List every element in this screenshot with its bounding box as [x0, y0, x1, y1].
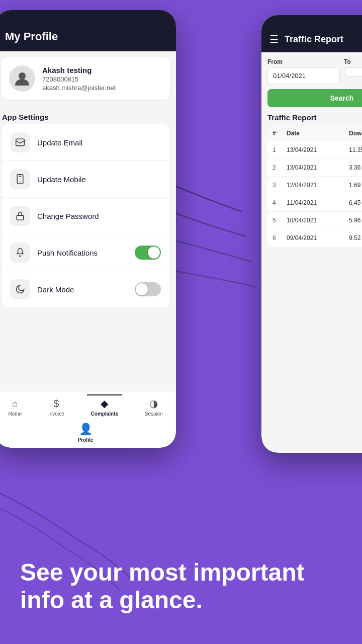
- traffic-content: From 01/04/2021 To Search Traffic Report…: [261, 52, 362, 453]
- cell-down-2: 3.36 G: [349, 164, 362, 171]
- profile-info: Akash testing 7208000815 akash.mishra@jo…: [42, 66, 116, 92]
- cell-num-3: 3: [273, 182, 287, 189]
- profile-card: Akash testing 7208000815 akash.mishra@jo…: [1, 57, 170, 100]
- push-notifications-label: Push Notifications: [37, 249, 128, 257]
- update-mobile-label: Update Mobile: [37, 175, 161, 184]
- profile-nav-icon: 👤: [79, 423, 93, 436]
- nav-complaints-label: Complaints: [91, 411, 118, 417]
- hamburger-icon[interactable]: ☰: [269, 33, 279, 45]
- session-icon: ◑: [149, 397, 158, 410]
- to-label: To: [344, 58, 362, 65]
- toggle-thumb-off: [136, 283, 148, 295]
- cell-num-2: 2: [273, 164, 287, 171]
- table-header: # Date Down: [267, 126, 362, 141]
- svg-rect-5: [17, 215, 23, 220]
- profile-name: Akash testing: [42, 66, 116, 74]
- nav-invoice[interactable]: $ Invoice: [44, 396, 68, 419]
- col-header-down: Down: [349, 130, 362, 137]
- settings-title: App Settings: [2, 113, 169, 121]
- nav-row: ⌂ Home $ Invoice ◆ Complaints ◑ Session: [0, 391, 176, 421]
- table-row: 6 09/04/2021 9.52 G: [267, 229, 362, 247]
- profile-phone: 7208000815: [42, 75, 116, 83]
- update-mobile-item[interactable]: Update Mobile: [2, 161, 169, 198]
- toggle-thumb-on: [148, 247, 160, 259]
- cell-down-6: 9.52 G: [349, 234, 362, 242]
- traffic-table: # Date Down 1 13/04/2021 11.35 2 13/04/2…: [267, 126, 362, 247]
- cell-date-2: 13/04/2021: [287, 164, 349, 171]
- mobile-icon: [10, 169, 30, 189]
- update-email-label: Update Email: [37, 138, 161, 147]
- cell-date-1: 13/04/2021: [287, 146, 349, 153]
- date-filter-row: From 01/04/2021 To: [267, 58, 362, 84]
- settings-section: App Settings Update Email: [0, 106, 176, 309]
- lock-icon: [10, 206, 30, 226]
- settings-list: Update Email Update Mobile: [2, 124, 169, 307]
- svg-rect-1: [16, 139, 25, 145]
- nav-profile-label: Profile: [77, 437, 93, 443]
- bell-icon: [10, 243, 30, 263]
- change-password-item[interactable]: Change Password: [2, 198, 169, 234]
- cell-num-5: 5: [273, 217, 287, 224]
- col-header-num: #: [273, 130, 287, 137]
- profile-email: akash.mishra@joister.net: [42, 84, 116, 92]
- nav-profile-row: 👤 Profile: [0, 421, 176, 448]
- cell-date-3: 12/04/2021: [287, 182, 349, 189]
- col-header-date: Date: [287, 130, 349, 137]
- cell-num-6: 6: [273, 234, 287, 242]
- cell-num-4: 4: [273, 199, 287, 206]
- cell-num-1: 1: [273, 146, 287, 153]
- dark-mode-item[interactable]: Dark Mode: [2, 271, 169, 307]
- table-row: 5 10/04/2021 5.96 G: [267, 212, 362, 229]
- to-field: To: [344, 58, 362, 84]
- cell-date-6: 09/04/2021: [287, 234, 349, 242]
- bottom-nav: ⌂ Home $ Invoice ◆ Complaints ◑ Session: [0, 391, 176, 448]
- table-row: 1 13/04/2021 11.35: [267, 141, 362, 159]
- dark-mode-label: Dark Mode: [37, 285, 128, 294]
- from-date-input[interactable]: 01/04/2021: [267, 67, 340, 84]
- nav-session-label: Session: [145, 411, 163, 417]
- nav-home[interactable]: ⌂ Home: [4, 396, 26, 419]
- cell-down-4: 6.45 G: [349, 199, 362, 206]
- nav-session[interactable]: ◑ Session: [141, 395, 167, 419]
- push-notifications-toggle[interactable]: [135, 246, 161, 260]
- svg-point-0: [19, 72, 26, 79]
- to-date-input[interactable]: [344, 67, 362, 76]
- traffic-title: Traffic Report: [285, 34, 343, 45]
- from-label: From: [267, 58, 340, 65]
- tagline-section: See your most important info at a glance…: [0, 558, 362, 614]
- nav-profile[interactable]: 👤 Profile: [77, 423, 93, 443]
- invoice-icon: $: [53, 398, 59, 410]
- profile-header: My Profile: [0, 10, 176, 51]
- avatar: [9, 65, 35, 92]
- left-phone: My Profile Akash testing 7208000815 akas…: [0, 10, 176, 448]
- table-title: Traffic Report: [267, 113, 362, 122]
- update-email-item[interactable]: Update Email: [2, 124, 169, 161]
- from-field: From 01/04/2021: [267, 58, 340, 84]
- tagline-text: See your most important info at a glance…: [20, 558, 342, 614]
- right-phone: ☰ Traffic Report From 01/04/2021 To Sear…: [261, 15, 362, 453]
- nav-complaints[interactable]: ◆ Complaints: [87, 394, 122, 419]
- table-row: 3 12/04/2021 1.69 G: [267, 177, 362, 194]
- cell-date-5: 10/04/2021: [287, 217, 349, 224]
- push-notifications-item[interactable]: Push Notifications: [2, 234, 169, 271]
- complaints-icon: ◆: [101, 397, 108, 410]
- search-button[interactable]: Search: [267, 89, 362, 107]
- cell-down-5: 5.96 G: [349, 217, 362, 224]
- cell-down-3: 1.69 G: [349, 182, 362, 189]
- email-icon: [10, 132, 30, 152]
- moon-icon: [10, 279, 30, 299]
- dark-mode-toggle[interactable]: [135, 282, 161, 296]
- traffic-header: ☰ Traffic Report: [261, 15, 362, 52]
- svg-point-4: [20, 182, 21, 183]
- home-icon: ⌂: [12, 398, 18, 410]
- change-password-label: Change Password: [37, 212, 161, 220]
- table-row: 2 13/04/2021 3.36 G: [267, 159, 362, 177]
- nav-invoice-label: Invoice: [48, 411, 64, 417]
- cell-date-4: 11/04/2021: [287, 199, 349, 206]
- cell-down-1: 11.35: [349, 146, 362, 153]
- table-row: 4 11/04/2021 6.45 G: [267, 194, 362, 212]
- page-title: My Profile: [5, 30, 58, 43]
- nav-home-label: Home: [8, 411, 22, 417]
